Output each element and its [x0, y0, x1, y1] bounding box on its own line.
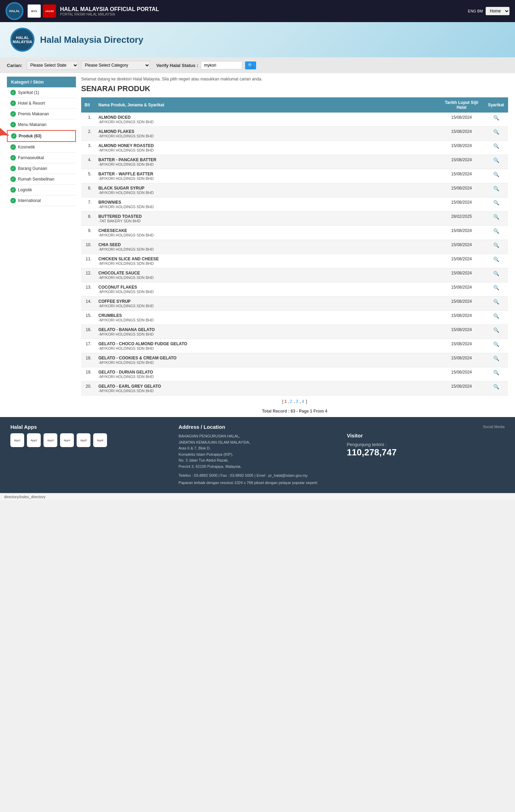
product-name: CRUMBLES: [98, 313, 436, 318]
row-date: 15/08/2024: [439, 197, 484, 212]
sidebar-label-kosmetik: Kosmetik: [18, 145, 35, 149]
view-icon[interactable]: 🔍: [493, 341, 499, 347]
view-icon[interactable]: 🔍: [493, 172, 499, 177]
row-date: 15/08/2024: [439, 113, 484, 127]
row-icon-cell: 🔍: [484, 240, 508, 254]
view-icon[interactable]: 🔍: [493, 356, 499, 361]
check-icon: ✓: [10, 100, 16, 106]
category-select[interactable]: Please Select Category: [81, 61, 150, 70]
company-name: -MYKORI HOLDINGS SDN BHD: [98, 304, 436, 308]
search-button[interactable]: 🔍: [245, 61, 256, 69]
page-2[interactable]: 2: [290, 399, 292, 404]
row-num: 20.: [81, 381, 95, 396]
sidebar-label-farma: Farmaseutikal: [18, 155, 44, 160]
company-name: -MYKORI HOLDINGS SDN BHD: [98, 261, 436, 265]
company-name: -MYKORI HOLDINGS SDN BHD: [98, 191, 436, 195]
row-icon-cell: 🔍: [484, 325, 508, 339]
view-icon[interactable]: 🔍: [493, 228, 499, 234]
sidebar-label-syarikat: Syarikat (1): [18, 90, 39, 95]
view-icon[interactable]: 🔍: [493, 115, 499, 120]
row-product-cell: ALMOND DICED -MYKORI HOLDINGS SDN BHD: [95, 113, 439, 127]
row-date: 15/08/2024: [439, 367, 484, 381]
sidebar-item-rumah[interactable]: ✓ Rumah Sembelihan: [7, 174, 76, 185]
url-bar: directory/index_directory: [0, 493, 515, 500]
row-icon-cell: 🔍: [484, 127, 508, 141]
row-icon-cell: 🔍: [484, 282, 508, 297]
annotation-arrow: [0, 125, 14, 146]
row-product-cell: CRUMBLES -MYKORI HOLDINGS SDN BHD: [95, 311, 439, 325]
row-num: 5.: [81, 169, 95, 183]
sidebar-header: Kategori / Skim: [7, 77, 76, 87]
view-icon[interactable]: 🔍: [493, 271, 499, 276]
home-select[interactable]: Home: [486, 7, 509, 15]
row-icon-cell: 🔍: [484, 212, 508, 226]
product-name: GELATO - COOKIES & CREAM GELATO: [98, 356, 436, 360]
table-row: 12. CHOCOLATE SAUCE -MYKORI HOLDINGS SDN…: [81, 268, 508, 282]
footer-contact: Telefon : 03-8892 5000 | Fax : 03-8892 5…: [178, 473, 336, 479]
halal-banner: HALALMALAYSIA Halal Malaysia Directory: [0, 22, 515, 57]
page-4[interactable]: 4: [302, 399, 304, 404]
table-row: 19. GELATO - DURIAN GELATO -MYKORI HOLDI…: [81, 367, 508, 381]
sidebar-item-produk[interactable]: ✓ Produk (63): [7, 130, 76, 142]
state-select[interactable]: Please Select State: [27, 61, 78, 70]
table-row: 18. GELATO - COOKIES & CREAM GELATO -MYK…: [81, 353, 508, 367]
row-icon-cell: 🔍: [484, 311, 508, 325]
row-num: 8.: [81, 212, 95, 226]
product-name: CHIA SEED: [98, 242, 436, 247]
row-product-cell: GELATO - EARL GREY GELATO -MYKORI HOLDIN…: [95, 381, 439, 396]
product-name: ALMOND HONEY ROASTED: [98, 143, 436, 148]
sidebar-label-premis: Premis Makanan: [18, 112, 49, 116]
row-date: 15/08/2024: [439, 381, 484, 396]
sidebar-item-kosmetik[interactable]: ✓ Kosmetik: [7, 142, 76, 153]
view-icon[interactable]: 🔍: [493, 285, 499, 290]
app-logo-1: App1: [10, 433, 24, 447]
col-company: Syarikat: [484, 97, 508, 113]
view-icon[interactable]: 🔍: [493, 327, 499, 333]
visitor-count: 110,278,747: [347, 447, 505, 458]
page-current[interactable]: 1: [284, 399, 287, 404]
row-icon-cell: 🔍: [484, 141, 508, 155]
view-icon[interactable]: 🔍: [493, 129, 499, 135]
view-icon[interactable]: 🔍: [493, 186, 499, 191]
view-icon[interactable]: 🔍: [493, 313, 499, 319]
table-row: 14. COFFEE SYRUP -MYKORI HOLDINGS SDN BH…: [81, 297, 508, 311]
sidebar-item-logistik[interactable]: ✓ Logistik: [7, 185, 76, 195]
view-icon[interactable]: 🔍: [493, 214, 499, 220]
view-icon[interactable]: 🔍: [493, 200, 499, 205]
company-name: -MYKORI HOLDINGS SDN BHD: [98, 162, 436, 166]
row-num: 18.: [81, 353, 95, 367]
view-icon[interactable]: 🔍: [493, 157, 499, 163]
portal-titles: HALAL MALAYSIA OFFICIAL PORTAL PORTAL RA…: [60, 6, 159, 16]
row-icon-cell: 🔍: [484, 197, 508, 212]
view-icon[interactable]: 🔍: [493, 384, 499, 389]
sidebar-item-barang[interactable]: ✓ Barang Gunaan: [7, 163, 76, 174]
footer-resolution: Paparan terbaik dengan resolusi 1024 x 7…: [178, 480, 336, 486]
lang-button[interactable]: ENG BM: [468, 9, 483, 13]
view-icon[interactable]: 🔍: [493, 370, 499, 375]
pagination: [ 1 ,2 ,3 ,4 ]: [81, 396, 508, 407]
row-date: 15/08/2024: [439, 339, 484, 353]
view-icon[interactable]: 🔍: [493, 257, 499, 262]
sidebar-item-farma[interactable]: ✓ Farmaseutikal: [7, 153, 76, 163]
sidebar-item-syarikat[interactable]: ✓ Syarikat (1): [7, 87, 76, 98]
page-3[interactable]: 3: [296, 399, 298, 404]
sidebar: Kategori / Skim ✓ Syarikat (1) ✓ Hotel &…: [7, 77, 76, 206]
view-icon[interactable]: 🔍: [493, 143, 499, 149]
sidebar-item-international[interactable]: ✓ International: [7, 195, 76, 206]
sidebar-item-hotel[interactable]: ✓ Hotel & Resort: [7, 98, 76, 109]
product-name: BATTER - PANCAKE BATTER: [98, 157, 436, 162]
table-row: 20. GELATO - EARL GREY GELATO -MYKORI HO…: [81, 381, 508, 396]
row-num: 1.: [81, 113, 95, 127]
product-name: GELATO - CHOCO ALMOND FUDGE GELATO: [98, 341, 436, 346]
app-logo-2: App2: [27, 433, 41, 447]
view-icon[interactable]: 🔍: [493, 299, 499, 304]
sidebar-item-menu[interactable]: ✓ Menu Makanan: [7, 119, 76, 130]
sidebar-item-premis[interactable]: ✓ Premis Makanan: [7, 109, 76, 119]
gov-logos: MYS JAKIM: [28, 4, 56, 18]
product-name: BLACK SUGAR SYRUP: [98, 186, 436, 191]
view-icon[interactable]: 🔍: [493, 242, 499, 248]
verify-input[interactable]: [201, 61, 242, 69]
table-row: 10. CHIA SEED -MYKORI HOLDINGS SDN BHD 1…: [81, 240, 508, 254]
product-name: GELATO - DURIAN GELATO: [98, 370, 436, 375]
row-icon-cell: 🔍: [484, 381, 508, 396]
